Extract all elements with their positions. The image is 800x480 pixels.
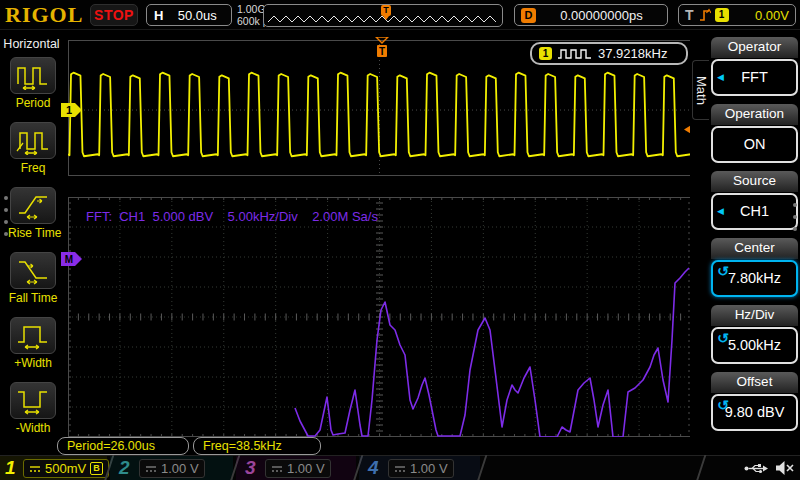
math-marker[interactable]: M: [61, 252, 83, 271]
menu-item-fall-time[interactable]: Fall Time: [8, 252, 58, 305]
dial-icon: ↺: [717, 322, 729, 355]
delay-box[interactable]: D 0.00000000ps: [514, 4, 668, 26]
rise-time-icon: [16, 192, 50, 220]
usb-icon: [744, 462, 768, 475]
trigger-box[interactable]: T 1 0.00V: [678, 4, 796, 26]
math-menu-tab[interactable]: Math: [692, 60, 709, 120]
trigger-source-badge: 1: [715, 8, 729, 22]
dial-icon: ↺: [717, 389, 729, 422]
channel-separator: [696, 455, 707, 480]
menu-item-freq[interactable]: Freq: [8, 122, 58, 175]
measurement-freq: Freq=38.5kHz: [193, 437, 321, 455]
horizontal-label: H: [154, 8, 163, 23]
softkey-center[interactable]: Center ↺7.80kHz: [711, 238, 798, 298]
left-arrow-icon: ◀: [717, 195, 724, 228]
period-icon: [16, 62, 50, 90]
right-menu-page-dots: [793, 203, 797, 239]
channel-status-bar: 1 500mV B 2 1.00 V 3: [0, 455, 800, 480]
channel2-status[interactable]: 2 1.00 V: [110, 456, 233, 480]
trigger-position-marker-icon[interactable]: T: [374, 37, 390, 59]
run-stop-status[interactable]: STOP: [90, 4, 138, 26]
math-menu: Math Operator ◀FFT Operation ON Source ◀…: [690, 30, 800, 455]
softkey-offset[interactable]: Offset ↺9.80 dBV: [711, 372, 798, 432]
plus-width-icon: [16, 322, 50, 350]
trigger-label: T: [685, 7, 694, 23]
menu-item-rise-time[interactable]: Rise Time: [8, 187, 58, 240]
channel4-status[interactable]: 4 1.00 V: [359, 456, 480, 480]
softkey-operation[interactable]: Operation ON: [711, 104, 798, 164]
channel1-marker[interactable]: 1: [61, 103, 83, 122]
menu-item-plus-width[interactable]: +Width: [8, 317, 58, 370]
svg-text:M: M: [65, 254, 73, 265]
square-wave-icon: [557, 47, 593, 60]
counter-channel-badge: 1: [539, 47, 552, 60]
minus-width-icon: [16, 387, 50, 415]
softkey-source[interactable]: Source ◀CH1: [711, 171, 798, 231]
trigger-position-icon[interactable]: T: [381, 5, 391, 16]
freq-icon: [16, 127, 50, 155]
channel1-status[interactable]: 1 500mV B: [0, 456, 107, 480]
delay-value: 0.00000000ps: [536, 8, 667, 23]
delay-badge: D: [521, 8, 536, 23]
speaker-muted-icon: [775, 460, 795, 476]
left-menu-page-dots: [4, 196, 8, 244]
waveform-preview-bar[interactable]: T: [263, 4, 503, 27]
dc-coupling-icon: [145, 464, 157, 474]
menu-item-period[interactable]: Period: [8, 57, 58, 110]
menu-item-minus-width[interactable]: -Width: [8, 382, 58, 435]
fft-grid: FFT: CH1 5.000 dBV 5.00kHz/Div 2.00M Sa/…: [68, 197, 691, 437]
softkey-hz-div[interactable]: Hz/Div ↺5.00kHz: [711, 305, 798, 365]
measurement-period: Period=26.00us: [57, 437, 189, 455]
horizontal-timebase-box[interactable]: H 50.0us: [146, 4, 232, 26]
frequency-counter: 1 37.9218kHz: [530, 42, 688, 65]
rigol-logo: RIGOL: [5, 2, 83, 28]
left-menu-title: Horizontal: [0, 37, 63, 51]
dc-coupling-icon: [271, 464, 283, 474]
trigger-level-value: 0.00V: [733, 8, 789, 23]
svg-text:T: T: [379, 46, 385, 57]
timebase-value: 50.0us: [163, 8, 231, 23]
rising-edge-icon: [698, 8, 711, 23]
fft-settings-readout: FFT: CH1 5.000 dBV 5.00kHz/Div 2.00M Sa/…: [86, 209, 378, 224]
channel3-status[interactable]: 3 1.00 V: [236, 456, 356, 480]
left-arrow-icon: ◀: [717, 61, 724, 94]
oscilloscope-screen: RIGOL STOP H 50.0us 1.00GSa/s 600k pts T…: [0, 0, 800, 480]
top-status-bar: RIGOL STOP H 50.0us 1.00GSa/s 600k pts T…: [0, 0, 800, 30]
dc-coupling-icon: [29, 464, 41, 474]
horizontal-measure-menu: Horizontal Period Freq Rise Time: [0, 30, 63, 455]
dc-coupling-icon: [394, 464, 406, 474]
svg-text:1: 1: [66, 104, 72, 116]
counter-value: 37.9218kHz: [598, 46, 667, 61]
softkey-operator[interactable]: Operator ◀FFT: [711, 37, 798, 97]
dial-icon: ↺: [717, 255, 729, 288]
fall-time-icon: [16, 257, 50, 285]
fft-spectrum: [68, 197, 691, 437]
bandwidth-limit-icon: B: [90, 462, 103, 475]
